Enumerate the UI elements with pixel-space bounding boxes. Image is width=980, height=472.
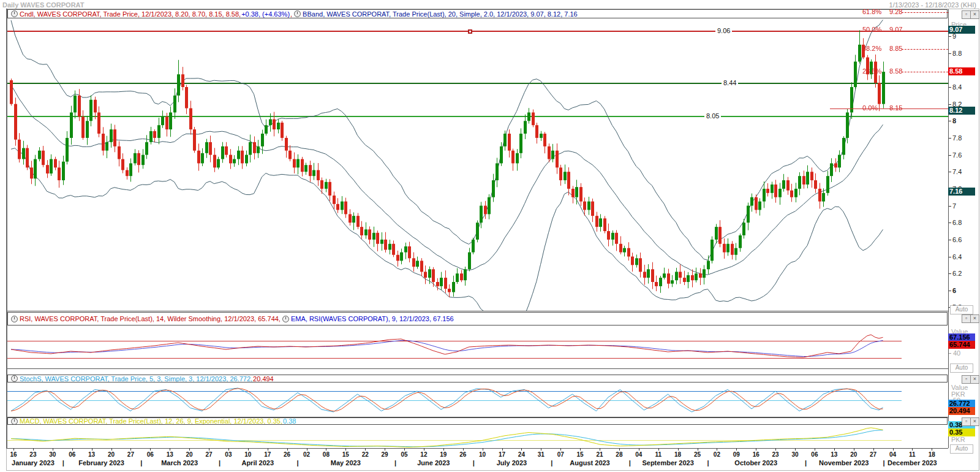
pane-separator — [7, 368, 948, 369]
indicator-clock-icon — [11, 10, 18, 17]
close-button[interactable]: × — [970, 417, 979, 426]
indicator-clock-icon — [11, 418, 18, 425]
chart-title: Daily WAVES CORPORAT — [2, 1, 84, 9]
indicator-clock-icon — [294, 10, 301, 17]
stoch-pane-legend[interactable]: StochS, WAVES CORPORAT, Trade Price, 5, … — [7, 375, 948, 383]
price-auto-button[interactable]: Auto — [950, 305, 973, 314]
stoch-pane-canvas[interactable] — [7, 383, 948, 417]
legend-text: MACD, WAVES CORPORAT, Trade Price(Last),… — [20, 417, 282, 425]
close-button[interactable]: × — [970, 314, 979, 323]
legend-text: StochS, WAVES CORPORAT, Trade Price, 5, … — [20, 375, 252, 383]
macd-pane-legend[interactable]: MACD, WAVES CORPORAT, Trade Price(Last),… — [7, 417, 948, 425]
stoch-axis-currency: PKR — [951, 390, 965, 398]
chart-application: Daily WAVES CORPORAT 1/13/2023 - 12/18/2… — [0, 0, 980, 472]
rsi-pane-canvas[interactable] — [7, 325, 948, 368]
legend-text: Cndl, WAVES CORPORAT, Trade Price, 12/1/… — [20, 10, 241, 18]
rsi-pane-legend[interactable]: RSI, WAVES CORPORAT, Trade Price(Last), … — [7, 312, 948, 325]
price-pane-canvas[interactable] — [7, 18, 948, 311]
legend-text: , — [290, 10, 292, 18]
legend-text: BBand, WAVES CORPORAT, Trade Price(Last)… — [303, 10, 578, 18]
macd-auto-button[interactable]: Auto — [950, 444, 973, 454]
restore-button[interactable]: ▫ — [962, 375, 971, 384]
macd-pane-canvas[interactable] — [7, 425, 948, 448]
close-button[interactable]: × — [970, 375, 979, 384]
legend-text: RSI, WAVES CORPORAT, Trade Price(Last), … — [20, 315, 281, 322]
legend-text: 0.38 — [283, 417, 296, 425]
axis-spine — [948, 9, 949, 448]
rsi-axis-header: Value — [951, 328, 968, 335]
price-pane-legend[interactable]: Cndl, WAVES CORPORAT, Trade Price, 12/1/… — [7, 9, 948, 18]
restore-button[interactable]: ▫ — [962, 314, 971, 323]
macd-axis-currency: PKR — [951, 436, 965, 443]
restore-button[interactable]: ▫ — [962, 417, 971, 426]
restore-button[interactable]: ▫ — [962, 10, 971, 19]
indicator-clock-icon — [282, 316, 289, 322]
price-axis-header: Price — [951, 21, 967, 28]
date-range: 1/13/2023 - 12/18/2023 (KHI) — [889, 1, 976, 9]
rsi-auto-button[interactable]: Auto — [950, 364, 973, 373]
xaxis-line — [7, 448, 948, 449]
legend-text: +0.38, (+4.63%) — [241, 10, 290, 18]
legend-text: 20.494 — [253, 375, 274, 383]
legend-text: EMA, RSI(WAVES CORPORAT), 9, 12/1/2023, … — [291, 315, 454, 322]
close-button[interactable]: × — [970, 10, 979, 19]
indicator-clock-icon — [11, 375, 18, 382]
pane-separator — [7, 311, 948, 311]
indicator-clock-icon — [11, 316, 18, 322]
left-spine — [6, 9, 7, 449]
